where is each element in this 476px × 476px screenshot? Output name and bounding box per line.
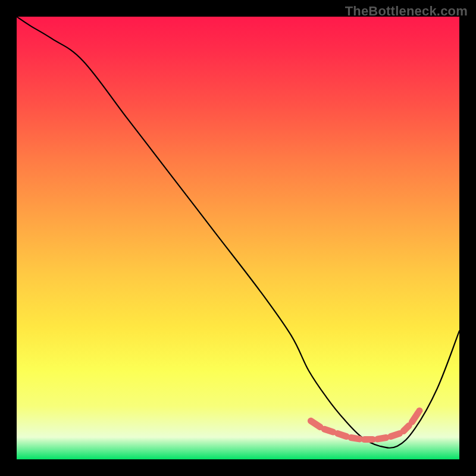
bottleneck-curve <box>17 17 459 448</box>
bottleneck-range-segment <box>311 421 320 427</box>
bottleneck-range-segment <box>351 438 360 439</box>
bottleneck-range-segment <box>378 438 386 439</box>
chart-container: TheBottleneck.com <box>0 0 476 476</box>
bottleneck-range-segment <box>324 429 333 432</box>
bottleneck-range-segment <box>412 413 418 422</box>
bottleneck-range-segment <box>403 425 409 431</box>
bottleneck-range-markers <box>311 411 419 439</box>
chart-svg <box>17 17 459 459</box>
bottleneck-range-segment <box>391 434 400 437</box>
bottleneck-range-segment <box>338 434 347 437</box>
plot-area <box>17 17 459 459</box>
